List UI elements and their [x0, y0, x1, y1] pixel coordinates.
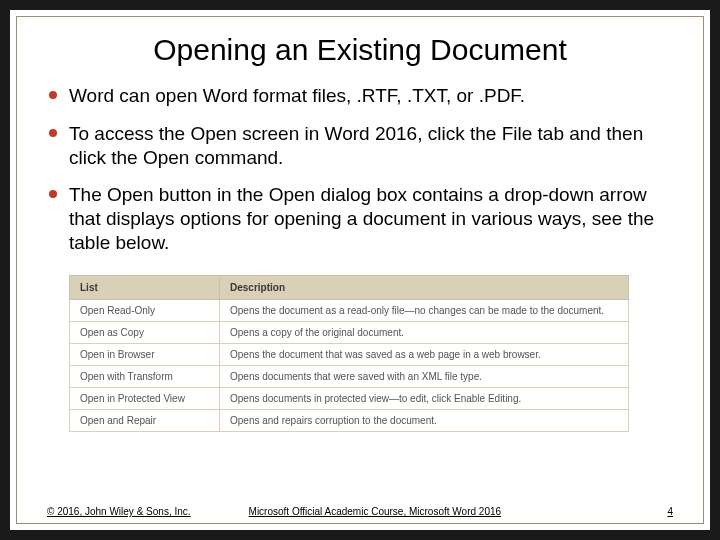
slide-title: Opening an Existing Document [47, 33, 673, 66]
bullet-text: The Open button in the Open dialog box c… [69, 184, 654, 253]
slide: Opening an Existing Document Word can op… [10, 10, 710, 530]
bullet-text: Word can open Word format files, .RTF, .… [69, 85, 525, 106]
table-header-row: List Description [70, 275, 629, 299]
table-row: Open as Copy Opens a copy of the origina… [70, 321, 629, 343]
table-row: Open in Browser Opens the document that … [70, 343, 629, 365]
cell-list: Open as Copy [70, 321, 220, 343]
bullet-dot-icon [49, 129, 57, 137]
bullet-dot-icon [49, 91, 57, 99]
slide-border: Opening an Existing Document Word can op… [16, 16, 704, 524]
cell-list: Open Read-Only [70, 299, 220, 321]
table-row: Open with Transform Opens documents that… [70, 365, 629, 387]
table-row: Open Read-Only Opens the document as a r… [70, 299, 629, 321]
cell-desc: Opens documents that were saved with an … [220, 365, 629, 387]
options-table-wrap: List Description Open Read-Only Opens th… [69, 275, 629, 432]
cell-list: Open and Repair [70, 409, 220, 431]
cell-list: Open in Browser [70, 343, 220, 365]
footer-copyright: © 2016, John Wiley & Sons, Inc. [47, 506, 191, 517]
footer-page-number: 4 [667, 506, 673, 517]
cell-desc: Opens the document as a read-only file—n… [220, 299, 629, 321]
cell-list: Open with Transform [70, 365, 220, 387]
table-row: Open and Repair Opens and repairs corrup… [70, 409, 629, 431]
bullet-item: To access the Open screen in Word 2016, … [47, 122, 673, 170]
bullet-dot-icon [49, 190, 57, 198]
col-list: List [70, 275, 220, 299]
bullet-list: Word can open Word format files, .RTF, .… [47, 84, 673, 269]
cell-desc: Opens the document that was saved as a w… [220, 343, 629, 365]
options-table: List Description Open Read-Only Opens th… [69, 275, 629, 432]
footer: © 2016, John Wiley & Sons, Inc. Microsof… [47, 506, 673, 517]
bullet-item: Word can open Word format files, .RTF, .… [47, 84, 673, 108]
cell-desc: Opens a copy of the original document. [220, 321, 629, 343]
cell-desc: Opens documents in protected view—to edi… [220, 387, 629, 409]
footer-course: Microsoft Official Academic Course, Micr… [249, 506, 502, 517]
bullet-text: To access the Open screen in Word 2016, … [69, 123, 643, 168]
cell-desc: Opens and repairs corruption to the docu… [220, 409, 629, 431]
cell-list: Open in Protected View [70, 387, 220, 409]
table-row: Open in Protected View Opens documents i… [70, 387, 629, 409]
col-description: Description [220, 275, 629, 299]
bullet-item: The Open button in the Open dialog box c… [47, 183, 673, 254]
